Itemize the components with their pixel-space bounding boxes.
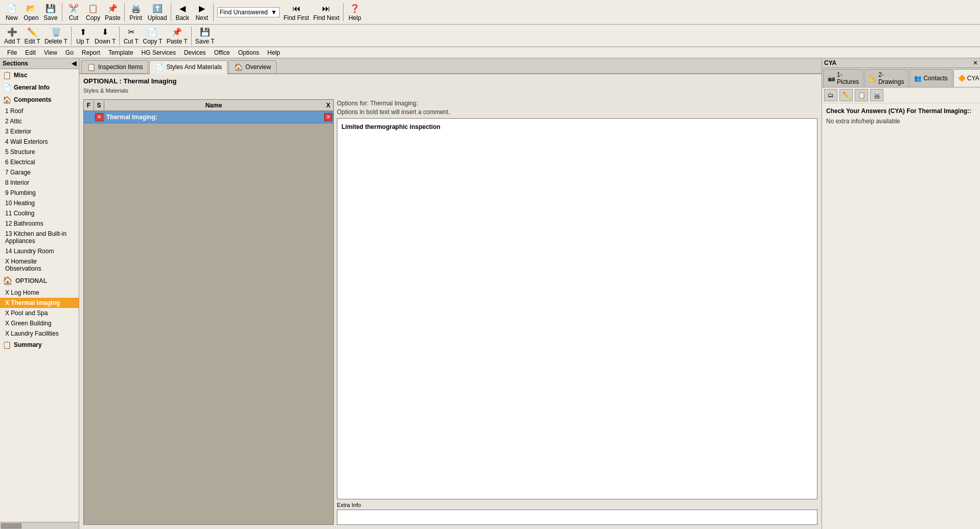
section-item-5-structure[interactable]: 5 Structure bbox=[0, 147, 79, 157]
save-t-button[interactable]: 💾 Save T bbox=[193, 25, 217, 47]
cya-tab-contacts[interactable]: 👥 Contacts bbox=[909, 69, 952, 87]
options-content[interactable]: Limited thermographic inspection bbox=[337, 118, 817, 499]
copy-t-button[interactable]: 📄 Copy T bbox=[141, 25, 164, 47]
section-item-x-log-home[interactable]: X Log Home bbox=[0, 288, 79, 298]
menu-hg-services[interactable]: HG Services bbox=[138, 48, 180, 57]
toolbar-second: ➕ Add T ✏️ Edit T 🗑️ Delete T ⬆ Up T ⬇ D… bbox=[0, 25, 980, 47]
copy-label: Copy bbox=[86, 14, 100, 21]
next-button[interactable]: ▶ Next bbox=[192, 1, 212, 24]
cya-tab-cya[interactable]: 🔶 CYA bbox=[953, 69, 980, 87]
sections-collapse-icon[interactable]: ◀ bbox=[72, 60, 76, 67]
section-item-13-kitchen[interactable]: 13 Kitchen and Built-in Appliances bbox=[0, 229, 79, 246]
cya-tab-drawings[interactable]: 📐 2-Drawings bbox=[864, 69, 908, 87]
section-group-summary[interactable]: 📋 Summary bbox=[0, 339, 79, 351]
copy-button[interactable]: 📋 Copy bbox=[83, 1, 103, 24]
table-row[interactable]: ✕ Thermal Imaging: ✕ bbox=[84, 111, 333, 123]
misc-icon: 📋 bbox=[3, 71, 11, 79]
section-item-14-laundry-room[interactable]: 14 Laundry Room bbox=[0, 246, 79, 256]
cut-t-button[interactable]: ✂ Cut T bbox=[121, 25, 141, 47]
up-t-button[interactable]: ⬆ Up T bbox=[73, 25, 93, 47]
section-item-8-interior[interactable]: 8 Interior bbox=[0, 178, 79, 188]
down-t-button[interactable]: ⬇ Down T bbox=[93, 25, 118, 47]
section-group-misc[interactable]: 📋 Misc bbox=[0, 69, 79, 81]
tab-styles-and-materials[interactable]: 📄 Styles And Materials bbox=[149, 60, 227, 74]
find-unanswered-combo[interactable]: Find Unanswered ▼ bbox=[217, 7, 280, 17]
section-item-4-wall-exteriors[interactable]: 4 Wall Exteriors bbox=[0, 137, 79, 147]
tab-inspection-items[interactable]: 📋 Inspection Items bbox=[81, 60, 148, 73]
section-item-11-cooling[interactable]: 11 Cooling bbox=[0, 208, 79, 218]
menu-devices[interactable]: Devices bbox=[180, 48, 210, 57]
section-item-x-laundry-facilities[interactable]: X Laundry Facilities bbox=[0, 328, 79, 339]
inspection-items-tab-label: Inspection Items bbox=[98, 63, 143, 71]
cya-tab-pictures[interactable]: 📷 1-Pictures bbox=[823, 69, 863, 87]
section-item-10-heating[interactable]: 10 Heating bbox=[0, 198, 79, 208]
cya-print-button[interactable]: 🖨️ bbox=[870, 89, 883, 101]
menu-options[interactable]: Options bbox=[234, 48, 263, 57]
th-x: X bbox=[323, 101, 333, 110]
add-t-button[interactable]: ➕ Add T bbox=[2, 25, 22, 47]
section-item-x-homesite[interactable]: X Homesite Observations bbox=[0, 256, 79, 274]
section-item-x-thermal-imaging[interactable]: X Thermal Imaging bbox=[0, 298, 79, 308]
options-text: Limited thermographic inspection bbox=[341, 123, 440, 130]
menu-help[interactable]: Help bbox=[263, 48, 284, 57]
paste-icon: 📌 bbox=[107, 3, 118, 14]
section-group-general-info[interactable]: 📄 General Info bbox=[0, 81, 79, 94]
section-item-1-roof[interactable]: 1 Roof bbox=[0, 106, 79, 116]
row-x-cell[interactable]: ✕ bbox=[323, 112, 333, 122]
scrollbar-thumb[interactable] bbox=[1, 523, 21, 528]
copy-icon2: 📋 bbox=[858, 92, 865, 99]
back-button[interactable]: ◀ Back bbox=[173, 1, 192, 24]
row-x-close[interactable]: ✕ bbox=[324, 113, 332, 121]
section-item-9-plumbing[interactable]: 9 Plumbing bbox=[0, 188, 79, 198]
edit-t-label: Edit T bbox=[25, 38, 40, 45]
summary-icon: 📋 bbox=[3, 341, 11, 349]
tab-overview[interactable]: 🏠 Overview bbox=[229, 60, 277, 73]
section-item-x-pool-and-spa[interactable]: X Pool and Spa bbox=[0, 308, 79, 318]
cut-button[interactable]: ✂️ Cut bbox=[64, 1, 83, 24]
find-next-button[interactable]: ⏭ Find Next bbox=[311, 1, 341, 24]
sections-scroll[interactable]: 📋 Misc 📄 General Info 🏠 Components 1 Roo… bbox=[0, 69, 79, 522]
open-button[interactable]: 📂 Open bbox=[21, 1, 41, 24]
horizontal-scrollbar[interactable] bbox=[0, 522, 79, 529]
menu-report[interactable]: Report bbox=[78, 48, 104, 57]
th-name: Name bbox=[104, 101, 323, 110]
section-item-6-electrical[interactable]: 6 Electrical bbox=[0, 157, 79, 167]
section-item-2-attic[interactable]: 2 Attic bbox=[0, 116, 79, 126]
cya-copy-button[interactable]: 📋 bbox=[855, 89, 868, 101]
find-next-label: Find Next bbox=[313, 14, 339, 21]
sep7 bbox=[119, 27, 120, 45]
find-first-button[interactable]: ⏮ Find First bbox=[282, 1, 311, 24]
next-icon: ▶ bbox=[196, 3, 208, 14]
save-button[interactable]: 💾 Save bbox=[41, 1, 60, 24]
menu-edit[interactable]: Edit bbox=[21, 48, 40, 57]
paste-t-button[interactable]: 📌 Paste T bbox=[165, 25, 190, 47]
section-group-components[interactable]: 🏠 Components bbox=[0, 94, 79, 106]
drawings-tab-icon: 📐 bbox=[869, 75, 877, 82]
row-f-cell bbox=[84, 116, 94, 118]
sections-title: Sections bbox=[3, 60, 28, 67]
edit-t-button[interactable]: ✏️ Edit T bbox=[22, 25, 42, 47]
section-item-3-exterior[interactable]: 3 Exterior bbox=[0, 126, 79, 137]
row-s-close[interactable]: ✕ bbox=[95, 113, 103, 121]
menu-go[interactable]: Go bbox=[61, 48, 78, 57]
menu-office[interactable]: Office bbox=[210, 48, 234, 57]
menu-view[interactable]: View bbox=[40, 48, 61, 57]
new-button[interactable]: 📄 New bbox=[2, 1, 21, 24]
menu-file[interactable]: File bbox=[3, 48, 21, 57]
cya-stack-button[interactable]: 🗂 bbox=[824, 89, 837, 101]
print-button[interactable]: 🖨️ Print bbox=[126, 1, 146, 24]
help-button[interactable]: ❓ Help bbox=[345, 1, 364, 24]
menu-template[interactable]: Template bbox=[104, 48, 138, 57]
section-item-12-bathrooms[interactable]: 12 Bathrooms bbox=[0, 218, 79, 229]
delete-t-button[interactable]: 🗑️ Delete T bbox=[42, 25, 70, 47]
optional-label: OPTIONAL bbox=[15, 277, 47, 284]
cya-pencil-button[interactable]: ✏️ bbox=[839, 89, 853, 101]
print-icon: 🖨️ bbox=[130, 3, 142, 14]
paste-button[interactable]: 📌 Paste bbox=[103, 1, 123, 24]
cya-close-icon[interactable]: ✕ bbox=[973, 59, 978, 67]
section-item-7-garage[interactable]: 7 Garage bbox=[0, 167, 79, 178]
section-item-x-green-building[interactable]: X Green Building bbox=[0, 318, 79, 328]
up-t-icon: ⬆ bbox=[77, 27, 88, 38]
upload-button[interactable]: ⬆️ Upload bbox=[146, 1, 169, 24]
extra-info-box[interactable] bbox=[337, 510, 817, 525]
